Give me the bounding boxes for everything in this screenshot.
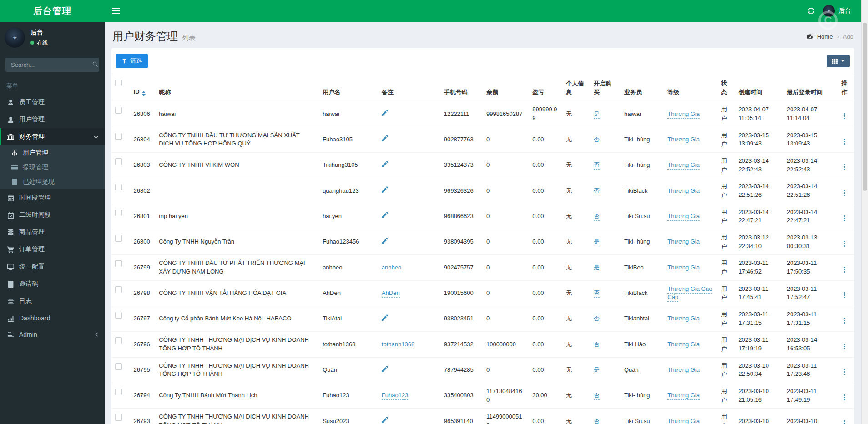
cell-purchase_enabled[interactable]: 是 bbox=[590, 229, 621, 255]
search-button[interactable] bbox=[91, 58, 99, 72]
sidebar-item-timeslot2[interactable]: 二级时间段 bbox=[0, 206, 105, 224]
sidebar-item-staff[interactable]: 员工管理 bbox=[0, 94, 105, 111]
cell-note[interactable] bbox=[378, 306, 440, 332]
row-actions-icon[interactable] bbox=[841, 214, 848, 222]
breadcrumb-home[interactable]: Home bbox=[817, 33, 833, 40]
cell-action[interactable] bbox=[838, 255, 854, 280]
cell-level[interactable]: Thương Gia bbox=[664, 332, 717, 357]
sidebar-item-invite[interactable]: 邀请码 bbox=[0, 275, 105, 293]
row-checkbox[interactable] bbox=[115, 235, 122, 242]
row-actions-icon[interactable] bbox=[841, 138, 848, 145]
sidebar-item-config[interactable]: 统一配置 bbox=[0, 258, 105, 275]
cell-note[interactable]: anhbeo bbox=[378, 255, 440, 280]
sidebar-item-withdraw-done[interactable]: 已处理提现 bbox=[0, 175, 105, 189]
row-checkbox[interactable] bbox=[115, 337, 122, 344]
sidebar-item-admin[interactable]: Admin bbox=[0, 326, 105, 343]
app-logo[interactable]: 后台管理 bbox=[0, 0, 105, 22]
sidebar-item-logs[interactable]: 日志 bbox=[0, 293, 105, 310]
cell-action[interactable] bbox=[838, 306, 854, 332]
row-checkbox[interactable] bbox=[115, 107, 122, 114]
edit-pencil-icon[interactable] bbox=[382, 417, 388, 423]
cell-note[interactable] bbox=[378, 127, 440, 152]
edit-pencil-icon[interactable] bbox=[382, 314, 388, 321]
cell-purchase_enabled[interactable]: 否 bbox=[590, 409, 621, 424]
cell-purchase_enabled[interactable]: 是 bbox=[590, 255, 621, 280]
cell-level[interactable]: Thương Gia bbox=[664, 127, 717, 152]
row-actions-icon[interactable] bbox=[841, 419, 848, 424]
cell-purchase_enabled[interactable]: 否 bbox=[590, 332, 621, 357]
cell-level[interactable]: Thương Gia bbox=[664, 178, 717, 204]
cell-action[interactable] bbox=[838, 409, 854, 424]
cell-action[interactable] bbox=[838, 204, 854, 229]
cell-note[interactable] bbox=[378, 178, 440, 204]
row-actions-icon[interactable] bbox=[841, 291, 848, 299]
edit-pencil-icon[interactable] bbox=[382, 366, 388, 372]
cell-level[interactable]: Thương Gia bbox=[664, 229, 717, 255]
cell-note[interactable] bbox=[378, 409, 440, 424]
sidebar-item-finance-users[interactable]: 用户管理 bbox=[0, 145, 105, 160]
cell-note[interactable] bbox=[378, 101, 440, 127]
cell-action[interactable] bbox=[838, 178, 854, 204]
cell-purchase_enabled[interactable]: 是 bbox=[590, 357, 621, 383]
sidebar-item-finance[interactable]: 财务管理 bbox=[0, 128, 105, 145]
cell-purchase_enabled[interactable]: 否 bbox=[590, 153, 621, 178]
sidebar-item-users[interactable]: 用户管理 bbox=[0, 111, 105, 128]
cell-level[interactable]: Thương Gia Cao Cấp bbox=[664, 280, 717, 306]
cell-purchase_enabled[interactable]: 否 bbox=[590, 280, 621, 306]
sidebar-item-withdraw[interactable]: 提现管理 bbox=[0, 160, 105, 175]
column-header-id[interactable]: ID bbox=[130, 74, 156, 101]
cell-note[interactable] bbox=[378, 204, 440, 229]
cell-level[interactable]: Thương Gia bbox=[664, 101, 717, 127]
row-checkbox[interactable] bbox=[115, 414, 122, 421]
cell-note[interactable] bbox=[378, 229, 440, 255]
edit-pencil-icon[interactable] bbox=[382, 110, 388, 116]
cell-purchase_enabled[interactable]: 是 bbox=[590, 101, 621, 127]
cell-level[interactable]: Thương Gia bbox=[664, 357, 717, 383]
row-actions-icon[interactable] bbox=[841, 240, 848, 248]
cell-note[interactable]: Fuhao123 bbox=[378, 383, 440, 409]
sidebar-item-dashboard[interactable]: Dashboard bbox=[0, 310, 105, 326]
cell-action[interactable] bbox=[838, 383, 854, 409]
row-actions-icon[interactable] bbox=[841, 317, 848, 324]
select-all-checkbox[interactable] bbox=[115, 80, 122, 86]
row-checkbox[interactable] bbox=[115, 210, 122, 216]
search-input[interactable] bbox=[5, 58, 91, 72]
cell-action[interactable] bbox=[838, 280, 854, 306]
edit-pencil-icon[interactable] bbox=[382, 212, 388, 218]
cell-note[interactable]: tothanh1368 bbox=[378, 332, 440, 357]
row-checkbox[interactable] bbox=[115, 158, 122, 165]
cell-note[interactable] bbox=[378, 153, 440, 178]
row-checkbox[interactable] bbox=[115, 286, 122, 293]
cell-action[interactable] bbox=[838, 153, 854, 178]
row-checkbox[interactable] bbox=[115, 363, 122, 370]
row-checkbox[interactable] bbox=[115, 184, 122, 190]
sidebar-item-orders[interactable]: 订单管理 bbox=[0, 241, 105, 258]
cell-action[interactable] bbox=[838, 332, 854, 357]
cell-action[interactable] bbox=[838, 101, 854, 127]
scrollbar-thumb[interactable] bbox=[863, 23, 867, 191]
cell-action[interactable] bbox=[838, 357, 854, 383]
refresh-icon[interactable] bbox=[807, 7, 815, 15]
edit-pencil-icon[interactable] bbox=[382, 186, 388, 193]
cell-note[interactable]: AhĐen bbox=[378, 280, 440, 306]
filter-button[interactable]: 筛选 bbox=[116, 54, 148, 68]
row-checkbox[interactable] bbox=[115, 133, 122, 140]
cell-action[interactable] bbox=[838, 229, 854, 255]
row-actions-icon[interactable] bbox=[841, 266, 848, 274]
cell-purchase_enabled[interactable]: 否 bbox=[590, 178, 621, 204]
edit-pencil-icon[interactable] bbox=[382, 238, 388, 244]
row-checkbox[interactable] bbox=[115, 260, 122, 267]
row-actions-icon[interactable] bbox=[841, 189, 848, 197]
cell-purchase_enabled[interactable]: 否 bbox=[590, 383, 621, 409]
columns-toggle-button[interactable] bbox=[827, 55, 850, 67]
cell-level[interactable]: Thương Gia bbox=[664, 255, 717, 280]
cell-level[interactable]: Thương Gia bbox=[664, 306, 717, 332]
cell-level[interactable]: Thương Gia bbox=[664, 153, 717, 178]
cell-purchase_enabled[interactable]: 否 bbox=[590, 127, 621, 152]
cell-level[interactable]: Thương Gia bbox=[664, 204, 717, 229]
sidebar-item-timeslot[interactable]: 时间段管理 bbox=[0, 189, 105, 206]
row-actions-icon[interactable] bbox=[841, 343, 848, 350]
row-checkbox[interactable] bbox=[115, 389, 122, 395]
row-actions-icon[interactable] bbox=[841, 368, 848, 376]
sidebar-item-products[interactable]: 商品管理 bbox=[0, 224, 105, 241]
